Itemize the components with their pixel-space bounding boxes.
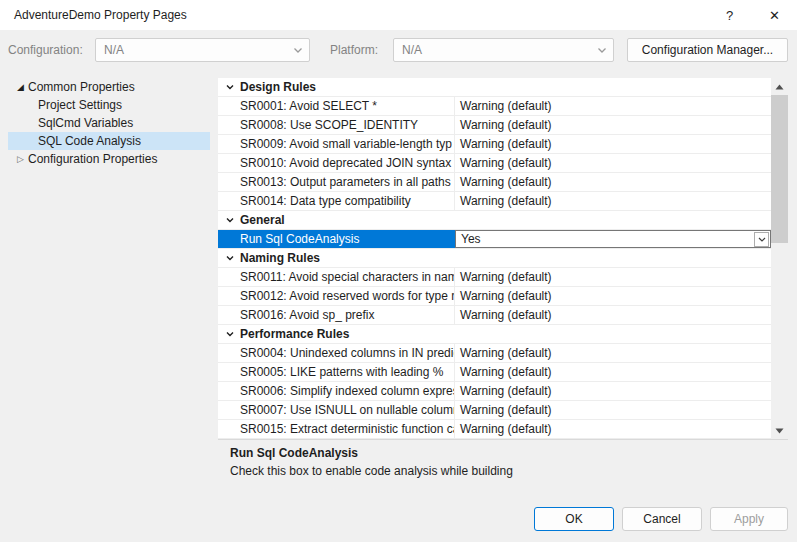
- table-row[interactable]: SR0010: Avoid deprecated JOIN syntax War…: [218, 154, 771, 173]
- category-title: Performance Rules: [240, 327, 349, 341]
- table-row[interactable]: SR0007: Use ISNULL on nullable column Wa…: [218, 401, 771, 420]
- property-name: SR0012: Avoid reserved words for type n: [218, 287, 455, 305]
- tree-item-label: SqlCmd Variables: [38, 116, 133, 130]
- close-button[interactable]: ✕: [752, 0, 797, 30]
- property-name: SR0013: Output parameters in all paths: [218, 173, 455, 191]
- category-design-rules[interactable]: Design Rules: [218, 78, 771, 97]
- property-value[interactable]: Warning (default): [455, 306, 771, 324]
- scrollbar-thumb[interactable]: [771, 95, 788, 243]
- configuration-value: N/A: [104, 43, 293, 57]
- property-value: Yes: [461, 230, 481, 248]
- property-name: SR0005: LIKE patterns with leading %: [218, 363, 455, 381]
- table-row[interactable]: SR0004: Unindexed columns in IN predic W…: [218, 344, 771, 363]
- category-naming-rules[interactable]: Naming Rules: [218, 249, 771, 268]
- table-row[interactable]: SR0001: Avoid SELECT * Warning (default): [218, 97, 771, 116]
- collapse-chevron-icon: [225, 215, 235, 225]
- table-row[interactable]: SR0005: LIKE patterns with leading % War…: [218, 363, 771, 382]
- tree-item-label: Project Settings: [38, 98, 122, 112]
- configuration-dropdown[interactable]: N/A: [95, 38, 310, 62]
- property-name: SR0015: Extract deterministic function c…: [218, 420, 455, 438]
- property-value[interactable]: Warning (default): [455, 97, 771, 115]
- sidebar-tree: ◢ Common Properties Project Settings Sql…: [8, 78, 210, 497]
- description-panel: Run Sql CodeAnalysis Check this box to e…: [218, 439, 788, 497]
- table-row[interactable]: SR0006: Simplify indexed column expres W…: [218, 382, 771, 401]
- main-area: ◢ Common Properties Project Settings Sql…: [0, 78, 797, 497]
- table-row[interactable]: SR0016: Avoid sp_ prefix Warning (defaul…: [218, 306, 771, 325]
- scroll-up-button[interactable]: [771, 78, 788, 95]
- property-name: SR0011: Avoid special characters in nam: [218, 268, 455, 286]
- dropdown-chevron-button[interactable]: [754, 232, 769, 247]
- category-title: General: [240, 213, 285, 227]
- tree-item-project-settings[interactable]: Project Settings: [8, 96, 210, 114]
- tree-collapsed-icon[interactable]: ▷: [13, 154, 28, 164]
- right-panel: Design Rules SR0001: Avoid SELECT * Warn…: [218, 78, 788, 497]
- property-name: SR0010: Avoid deprecated JOIN syntax: [218, 154, 455, 172]
- platform-label: Platform:: [330, 43, 393, 57]
- description-text: Check this box to enable code analysis w…: [230, 464, 776, 478]
- collapse-chevron-icon: [225, 253, 235, 263]
- property-name: SR0016: Avoid sp_ prefix: [218, 306, 455, 324]
- tree-item-common-properties[interactable]: ◢ Common Properties: [8, 78, 210, 96]
- apply-button[interactable]: Apply: [710, 507, 788, 531]
- property-value[interactable]: Warning (default): [455, 287, 771, 305]
- value-dropdown[interactable]: Yes: [455, 230, 771, 248]
- tree-item-configuration-properties[interactable]: ▷ Configuration Properties: [8, 150, 210, 168]
- property-name: SR0006: Simplify indexed column expres: [218, 382, 455, 400]
- property-value[interactable]: Warning (default): [455, 344, 771, 362]
- table-row[interactable]: SR0008: Use SCOPE_IDENTITY Warning (defa…: [218, 116, 771, 135]
- tree-item-label: SQL Code Analysis: [38, 134, 141, 148]
- table-row[interactable]: SR0011: Avoid special characters in nam …: [218, 268, 771, 287]
- tree-item-label: Common Properties: [28, 80, 135, 94]
- property-value[interactable]: Warning (default): [455, 192, 771, 210]
- scroll-down-button[interactable]: [771, 422, 788, 439]
- category-performance-rules[interactable]: Performance Rules: [218, 325, 771, 344]
- titlebar: AdventureDemo Property Pages ? ✕: [0, 0, 797, 30]
- platform-dropdown[interactable]: N/A: [393, 38, 614, 62]
- property-value[interactable]: Warning (default): [455, 135, 771, 153]
- window-title: AdventureDemo Property Pages: [14, 8, 707, 22]
- platform-value: N/A: [402, 43, 597, 57]
- tree-item-sqlcmd-variables[interactable]: SqlCmd Variables: [8, 114, 210, 132]
- configuration-bar: Configuration: N/A Platform: N/A Configu…: [0, 30, 797, 70]
- property-grid: Design Rules SR0001: Avoid SELECT * Warn…: [218, 78, 788, 439]
- help-button[interactable]: ?: [707, 0, 752, 30]
- property-value[interactable]: Warning (default): [455, 363, 771, 381]
- configuration-manager-button[interactable]: Configuration Manager...: [627, 38, 788, 62]
- table-row[interactable]: SR0014: Data type compatibility Warning …: [218, 192, 771, 211]
- description-title: Run Sql CodeAnalysis: [230, 446, 776, 460]
- property-name: Run Sql CodeAnalysis: [218, 230, 455, 248]
- property-value[interactable]: Warning (default): [455, 401, 771, 419]
- collapse-chevron-icon: [225, 329, 235, 339]
- category-title: Design Rules: [240, 80, 316, 94]
- property-name: SR0001: Avoid SELECT *: [218, 97, 455, 115]
- table-row[interactable]: SR0012: Avoid reserved words for type n …: [218, 287, 771, 306]
- property-name: SR0009: Avoid small variable-length typ: [218, 135, 455, 153]
- category-title: Naming Rules: [240, 251, 320, 265]
- property-value[interactable]: Warning (default): [455, 154, 771, 172]
- property-value[interactable]: Warning (default): [455, 268, 771, 286]
- table-row[interactable]: SR0009: Avoid small variable-length typ …: [218, 135, 771, 154]
- chevron-down-icon: [293, 47, 303, 54]
- table-row[interactable]: SR0013: Output parameters in all paths W…: [218, 173, 771, 192]
- category-general[interactable]: General: [218, 211, 771, 230]
- property-name: SR0007: Use ISNULL on nullable column: [218, 401, 455, 419]
- property-name: SR0008: Use SCOPE_IDENTITY: [218, 116, 455, 134]
- tree-item-sql-code-analysis[interactable]: SQL Code Analysis: [8, 132, 210, 150]
- property-value[interactable]: Warning (default): [455, 420, 771, 438]
- tree-item-label: Configuration Properties: [28, 152, 157, 166]
- cancel-button[interactable]: Cancel: [622, 507, 702, 531]
- table-row[interactable]: SR0015: Extract deterministic function c…: [218, 420, 771, 439]
- chevron-down-icon: [597, 47, 607, 54]
- table-row-selected[interactable]: Run Sql CodeAnalysis Yes: [218, 230, 771, 249]
- property-value[interactable]: Warning (default): [455, 173, 771, 191]
- collapse-chevron-icon: [225, 82, 235, 92]
- grid-scrollbar[interactable]: [771, 78, 788, 439]
- ok-button[interactable]: OK: [534, 507, 614, 531]
- tree-expanded-icon[interactable]: ◢: [13, 82, 28, 92]
- property-value[interactable]: Warning (default): [455, 116, 771, 134]
- footer: OK Cancel Apply: [0, 497, 797, 531]
- property-value[interactable]: Warning (default): [455, 382, 771, 400]
- configuration-label: Configuration:: [8, 43, 95, 57]
- property-name: SR0004: Unindexed columns in IN predic: [218, 344, 455, 362]
- property-name: SR0014: Data type compatibility: [218, 192, 455, 210]
